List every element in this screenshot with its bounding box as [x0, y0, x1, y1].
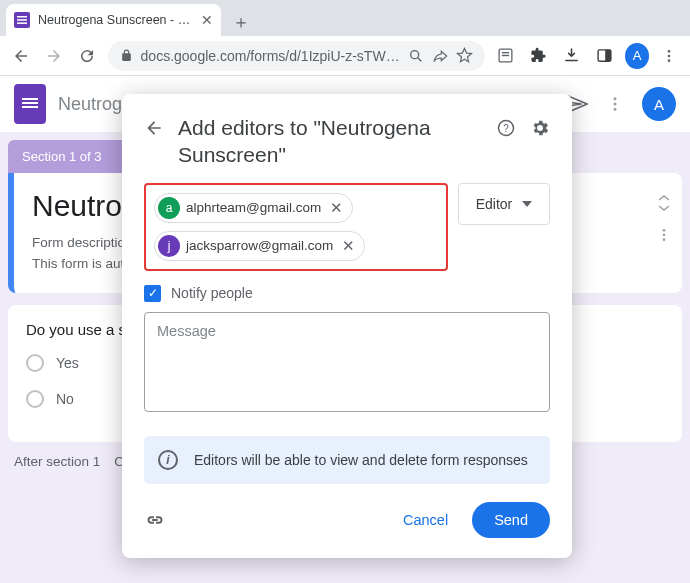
extensions-icon[interactable]: [526, 42, 551, 70]
chip-email: jacksparrow@gmail.com: [186, 238, 333, 253]
info-text: Editors will be able to view and delete …: [194, 452, 528, 468]
help-icon[interactable]: ?: [496, 118, 516, 138]
svg-point-15: [614, 108, 617, 111]
tab-title: Neutrogena Sunscreen - Google: [38, 13, 193, 27]
svg-point-14: [614, 103, 617, 106]
send-button[interactable]: Send: [472, 502, 550, 538]
info-icon: i: [158, 450, 178, 470]
notify-checkbox[interactable]: ✓: [144, 285, 161, 302]
share-dialog: Add editors to "Neutrogena Sunscreen" ? …: [122, 94, 572, 558]
svg-point-17: [663, 234, 666, 237]
chip-email: alphrteam@gmail.com: [186, 200, 321, 215]
nav-back-icon[interactable]: [8, 42, 33, 70]
account-avatar[interactable]: A: [642, 87, 676, 121]
person-chip[interactable]: a alphrteam@gmail.com ✕: [154, 193, 353, 223]
new-tab-button[interactable]: ＋: [227, 8, 255, 36]
share-icon[interactable]: [432, 48, 448, 64]
browser-toolbar: docs.google.com/forms/d/1IzpiU-z-sTW… A: [0, 36, 690, 76]
reader-icon[interactable]: [493, 42, 518, 70]
bookmark-star-icon[interactable]: [456, 47, 473, 64]
svg-point-13: [614, 97, 617, 100]
profile-avatar[interactable]: A: [625, 43, 648, 69]
tab-close-icon[interactable]: ✕: [201, 12, 213, 28]
svg-rect-9: [606, 50, 612, 61]
svg-rect-6: [502, 52, 509, 53]
browser-tabstrip: Neutrogena Sunscreen - Google ✕ ＋: [0, 0, 690, 36]
radio-icon: [26, 354, 44, 372]
notify-label: Notify people: [171, 285, 253, 301]
svg-rect-3: [17, 22, 27, 24]
after-section-label: After section 1: [14, 454, 100, 469]
message-textarea[interactable]: Message: [144, 312, 550, 412]
people-input[interactable]: a alphrteam@gmail.com ✕ j jacksparrow@gm…: [144, 183, 448, 271]
chip-remove-icon[interactable]: ✕: [339, 237, 358, 255]
dialog-back-icon[interactable]: [144, 118, 164, 138]
svg-text:?: ?: [503, 123, 509, 134]
sidepanel-icon[interactable]: [592, 42, 617, 70]
chip-avatar-icon: j: [158, 235, 180, 257]
zoom-icon[interactable]: [408, 48, 424, 64]
collapse-icon[interactable]: [656, 193, 672, 213]
nav-forward-icon[interactable]: [41, 42, 66, 70]
cancel-button[interactable]: Cancel: [389, 504, 462, 536]
person-chip[interactable]: j jacksparrow@gmail.com ✕: [154, 231, 365, 261]
section-indicator: Section 1 of 3: [8, 140, 128, 173]
copy-link-icon[interactable]: [144, 509, 166, 531]
chrome-menu-icon[interactable]: [657, 42, 682, 70]
card-more-icon[interactable]: [656, 227, 672, 243]
svg-rect-7: [502, 55, 509, 56]
chevron-down-icon: [522, 201, 532, 207]
radio-icon: [26, 390, 44, 408]
settings-gear-icon[interactable]: [530, 118, 550, 138]
svg-point-18: [663, 238, 666, 241]
svg-point-4: [410, 50, 418, 58]
lock-icon: [120, 49, 133, 62]
dialog-title: Add editors to "Neutrogena Sunscreen": [178, 114, 482, 169]
svg-rect-1: [17, 16, 27, 18]
nav-reload-icon[interactable]: [74, 42, 99, 70]
forms-logo-icon[interactable]: [14, 84, 46, 124]
browser-tab[interactable]: Neutrogena Sunscreen - Google ✕: [6, 4, 221, 36]
chip-avatar-icon: a: [158, 197, 180, 219]
url-text: docs.google.com/forms/d/1IzpiU-z-sTW…: [141, 48, 400, 64]
svg-rect-2: [17, 19, 27, 21]
info-banner: i Editors will be able to view and delet…: [144, 436, 550, 484]
role-dropdown[interactable]: Editor: [458, 183, 550, 225]
more-options-icon[interactable]: [606, 95, 624, 113]
chip-remove-icon[interactable]: ✕: [327, 199, 346, 217]
downloads-icon[interactable]: [559, 42, 584, 70]
svg-point-12: [668, 59, 671, 62]
svg-point-11: [668, 54, 671, 57]
address-bar[interactable]: docs.google.com/forms/d/1IzpiU-z-sTW…: [108, 41, 485, 71]
svg-point-16: [663, 229, 666, 232]
forms-favicon-icon: [14, 12, 30, 28]
svg-point-10: [668, 50, 671, 53]
